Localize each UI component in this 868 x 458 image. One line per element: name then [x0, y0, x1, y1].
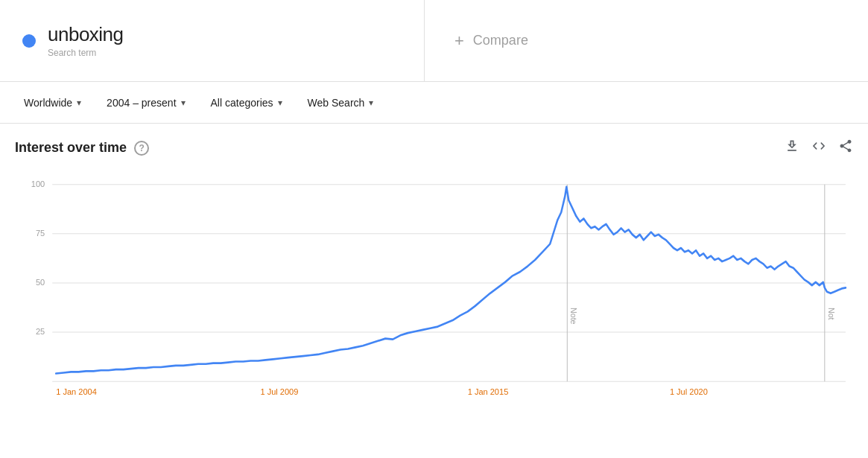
category-filter[interactable]: All categories ▾	[202, 92, 291, 113]
chart-container: 100 75 50 25 Note Not 1 Jan 2004 1 Jul 2…	[15, 165, 853, 403]
page-header: unboxing Search term + Compare	[0, 0, 868, 82]
category-chevron-icon: ▾	[278, 98, 282, 108]
chart-header: Interest over time ?	[15, 139, 853, 157]
search-type-filter[interactable]: Web Search ▾	[299, 92, 383, 113]
term-indicator-dot	[22, 34, 36, 48]
search-type-filter-label: Web Search	[308, 97, 365, 109]
search-term-section: unboxing Search term	[0, 0, 425, 81]
chart-actions	[785, 139, 853, 157]
search-type-chevron-icon: ▾	[369, 98, 373, 108]
svg-text:1 Jan 2004: 1 Jan 2004	[56, 387, 97, 396]
compare-label: Compare	[473, 33, 528, 48]
svg-text:50: 50	[36, 278, 45, 287]
location-filter-label: Worldwide	[24, 97, 72, 109]
filter-bar: Worldwide ▾ 2004 – present ▾ All categor…	[0, 82, 868, 124]
time-range-chevron-icon: ▾	[181, 98, 186, 108]
embed-icon[interactable]	[811, 139, 826, 157]
trend-chart: 100 75 50 25 Note Not 1 Jan 2004 1 Jul 2…	[15, 165, 853, 403]
search-term-text: unboxing Search term	[48, 23, 124, 58]
time-range-filter-label: 2004 – present	[107, 97, 176, 109]
chart-section: Interest over time ? 100 75 50 25	[0, 124, 868, 410]
svg-text:1 Jul 2009: 1 Jul 2009	[260, 387, 298, 396]
trend-line	[56, 187, 846, 374]
svg-text:75: 75	[36, 229, 45, 238]
share-icon[interactable]	[838, 139, 853, 157]
time-range-filter[interactable]: 2004 – present ▾	[98, 92, 194, 113]
svg-text:Not: Not	[827, 308, 835, 320]
svg-text:25: 25	[36, 327, 45, 336]
location-filter[interactable]: Worldwide ▾	[15, 92, 90, 113]
chart-title: Interest over time	[15, 140, 127, 156]
compare-plus-icon: +	[454, 31, 464, 51]
location-chevron-icon: ▾	[77, 98, 81, 108]
term-sublabel: Search term	[48, 48, 124, 58]
compare-section[interactable]: + Compare	[425, 0, 868, 81]
chart-title-area: Interest over time ?	[15, 140, 149, 156]
svg-text:1 Jul 2020: 1 Jul 2020	[670, 387, 708, 396]
download-icon[interactable]	[785, 139, 799, 157]
category-filter-label: All categories	[211, 97, 273, 109]
svg-text:100: 100	[31, 179, 45, 188]
help-icon[interactable]: ?	[134, 141, 149, 156]
term-label: unboxing	[48, 23, 124, 46]
svg-text:Note: Note	[569, 308, 577, 325]
svg-text:1 Jan 2015: 1 Jan 2015	[468, 387, 509, 396]
